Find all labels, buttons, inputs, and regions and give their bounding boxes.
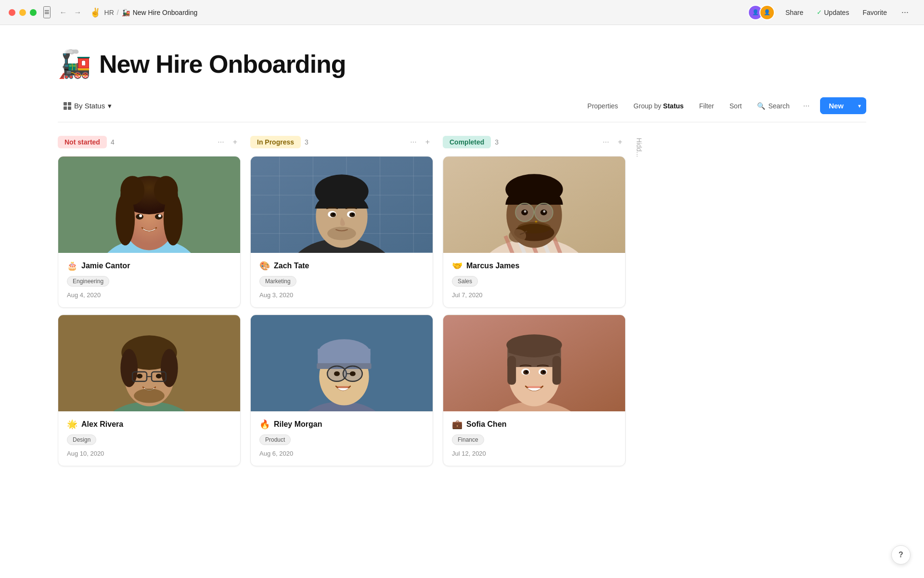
svg-point-13 [158,214,161,217]
card-riley-morgan[interactable]: 🔥 Riley Morgan Product Aug 6, 2020 [250,315,433,466]
column-add-in-progress[interactable]: + [422,136,433,148]
column-not-started: Not started 4 ··· + [58,136,241,473]
toolbar-left: By Status ▾ [58,98,117,114]
column-more-completed[interactable]: ··· [599,136,612,148]
svg-point-94 [542,370,545,373]
avatar-group: 👤 👤 [748,5,775,20]
back-button[interactable]: ← [57,7,70,18]
column-more-not-started[interactable]: ··· [214,136,227,148]
group-by-field: Status [663,102,684,110]
traffic-lights [9,9,37,16]
favorite-button[interactable]: Favorite [860,7,890,18]
page-content: 🚂 New Hire Onboarding By Status ▾ Proper… [0,25,924,485]
hidden-column-label: Hidd... [635,138,643,157]
card-name-text-sofia: Sofia Chen [466,420,507,429]
column-header-completed: Completed 3 ··· + [443,136,626,148]
breadcrumb: HR / 🚂 New Hire Onboarding [104,9,198,16]
card-name-jamie: 🎂 Jamie Cantor [67,261,231,271]
avatar-user2[interactable]: 👤 [759,5,775,20]
card-tag-sofia: Finance [452,434,484,445]
card-image-alex [58,315,240,411]
toolbar: By Status ▾ Properties Group by Status F… [58,97,866,122]
column-count-not-started: 4 [111,138,115,146]
card-body-alex: 🌟 Alex Rivera Design Aug 10, 2020 [58,411,240,466]
updates-label: Updates [824,9,849,16]
svg-point-76 [543,210,545,212]
card-date-riley: Aug 6, 2020 [259,450,424,457]
check-icon: ✓ [817,9,822,16]
svg-point-59 [350,371,356,376]
column-actions-not-started: ··· + [214,136,241,148]
card-name-alex: 🌟 Alex Rivera [67,419,231,430]
breadcrumb-parent[interactable]: HR [104,9,114,16]
toolbar-center: Properties Group by Status Filter Sort 🔍… [581,97,866,114]
card-sofia-chen[interactable]: 💼 Sofia Chen Finance Jul 12, 2020 [443,315,626,466]
card-name-marcus: 🤝 Marcus James [452,261,616,271]
column-actions-in-progress: ··· + [407,136,433,148]
minimize-button[interactable] [19,9,26,16]
column-more-in-progress[interactable]: ··· [407,136,420,148]
breadcrumb-separator: / [117,9,119,16]
view-selector-button[interactable]: By Status ▾ [58,98,117,114]
svg-rect-53 [318,349,370,366]
card-emoji-riley: 🔥 [259,419,270,430]
maximize-button[interactable] [30,9,37,16]
nav-arrows: ← → [57,7,84,18]
help-button[interactable]: ? [891,545,911,565]
card-body-riley: 🔥 Riley Morgan Product Aug 6, 2020 [251,411,433,466]
titlebar: ≡ ← → ✌️ HR / 🚂 New Hire Onboarding 👤 👤 … [0,0,924,25]
card-emoji-alex: 🌟 [67,419,77,430]
svg-point-25 [156,374,162,379]
breadcrumb-current[interactable]: 🚂 New Hire Onboarding [122,9,198,16]
page-title-row: 🚂 New Hire Onboarding [58,48,866,80]
more-options-button[interactable]: ··· [898,5,912,19]
card-image-marcus [443,157,625,253]
card-image-zach [251,157,433,253]
card-emoji-sofia: 💼 [452,419,462,430]
group-by-label: Group by [633,102,661,110]
group-by-button[interactable]: Group by Status [627,99,690,113]
card-tag-riley: Product [259,434,291,445]
status-badge-not-started: Not started [58,136,107,148]
svg-rect-88 [552,356,561,385]
card-date-zach: Aug 3, 2020 [259,291,424,299]
hamburger-menu-button[interactable]: ≡ [43,6,51,18]
card-image-jamie [58,157,240,253]
card-jamie-cantor[interactable]: 🎂 Jamie Cantor Engineering Aug 4, 2020 [58,156,241,308]
close-button[interactable] [9,9,15,16]
view-label: By Status [74,102,105,110]
titlebar-actions: 👤 👤 Share ✓ Updates Favorite ··· [748,5,912,20]
column-add-not-started[interactable]: + [230,136,241,148]
card-emoji-marcus: 🤝 [452,261,462,271]
toolbar-more-button[interactable]: ··· [798,98,814,114]
svg-point-9 [154,176,178,205]
card-body-sofia: 💼 Sofia Chen Finance Jul 12, 2020 [443,411,625,466]
search-button[interactable]: 🔍 Search [750,99,796,113]
card-tag-marcus: Sales [452,276,478,287]
card-date-sofia: Jul 12, 2020 [452,450,616,457]
forward-button[interactable]: → [72,7,84,18]
column-add-completed[interactable]: + [615,136,626,148]
svg-point-80 [509,229,526,243]
card-image-sofia [443,315,625,411]
card-marcus-james[interactable]: 🤝 Marcus James Sales Jul 7, 2020 [443,156,626,308]
card-body-marcus: 🤝 Marcus James Sales Jul 7, 2020 [443,253,625,307]
search-icon: 🔍 [757,102,765,110]
sort-button[interactable]: Sort [723,99,749,113]
page-title-emoji: 🚂 [58,48,91,80]
new-button[interactable]: New [820,97,852,114]
share-button[interactable]: Share [783,7,806,18]
new-dropdown-button[interactable]: ▾ [853,98,866,114]
card-alex-rivera[interactable]: 🌟 Alex Rivera Design Aug 10, 2020 [58,315,241,466]
card-body-zach: 🎨 Zach Tate Marketing Aug 3, 2020 [251,253,433,307]
filter-button[interactable]: Filter [693,99,721,113]
updates-button[interactable]: ✓ Updates [814,7,852,18]
column-count-in-progress: 3 [305,138,308,146]
properties-button[interactable]: Properties [581,99,625,113]
card-name-sofia: 💼 Sofia Chen [452,419,616,430]
card-name-text-jamie: Jamie Cantor [81,262,130,270]
card-date-marcus: Jul 7, 2020 [452,291,616,299]
wave-emoji: ✌️ [90,7,101,18]
card-zach-tate[interactable]: 🎨 Zach Tate Marketing Aug 3, 2020 [250,156,433,308]
status-badge-completed: Completed [443,136,491,148]
